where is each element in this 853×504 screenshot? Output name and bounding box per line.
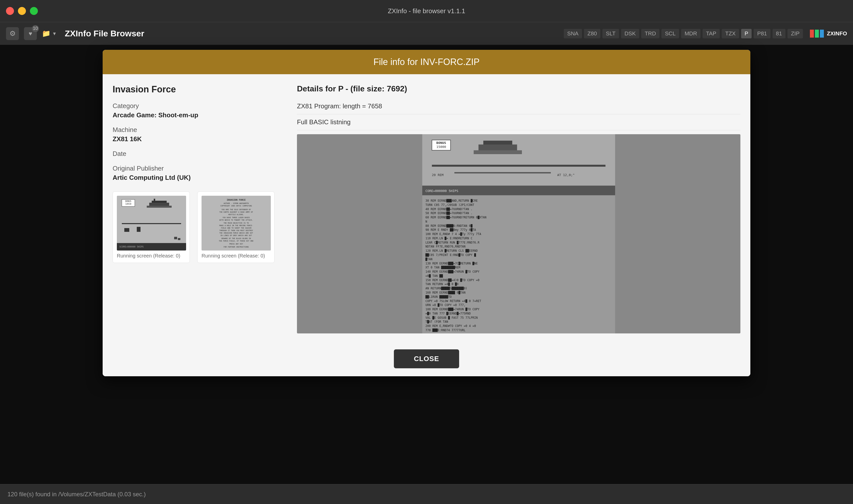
modal-overlay: File info for INV-FORC.ZIP Invasion Forc…	[0, 45, 853, 484]
svg-text:█TAN: █TAN	[425, 257, 432, 261]
svg-rect-8	[122, 223, 181, 224]
svg-text:IN LINES OF GREY WHICH ARE SET: IN LINES OF GREY WHICH ARE SET	[220, 235, 252, 237]
svg-rect-7	[154, 199, 155, 202]
svg-text:FOR FURTHER INSTRUCTIONS: FOR FURTHER INSTRUCTIONS	[224, 246, 249, 248]
svg-rect-14	[178, 238, 180, 240]
format-81[interactable]: 81	[772, 29, 785, 38]
machine-label: Machine	[112, 126, 287, 134]
svg-text:FIELD AND TO SHOOT THE SAUCER: FIELD AND TO SHOOT THE SAUCER	[221, 227, 252, 229]
screenshot-svg-2: INVASION FORCE AUTHOR - SIMON WADSWORTH …	[201, 196, 271, 251]
category-value: Arcade Game: Shoot-em-up	[112, 111, 287, 119]
svg-text:NDTAN FF7E,RND76,RNDTAN: NDTAN FF7E,RND76,RNDTAN	[426, 245, 466, 248]
svg-text:THE INVASION FORCE WHICH ARE S: THE INVASION FORCE WHICH ARE SET	[219, 232, 253, 234]
format-mdr[interactable]: MDR	[681, 29, 700, 38]
svg-text:BEWARE OF THE BLACK BLOBS IN: BEWARE OF THE BLACK BLOBS IN	[221, 237, 251, 239]
svg-text:=█0 TAN 777 █EERND█=775RND: =█0 TAN 777 █EERND█=775RND	[426, 312, 471, 315]
close-button[interactable]	[6, 7, 14, 15]
svg-text:LEAR C█RETURN RUN █777E:RND76.: LEAR C█RETURN RUN █777E:RND76.R	[426, 241, 480, 244]
machine-section: Machine ZX81 16K	[112, 126, 287, 143]
svg-text:THE FORCE FIELD, IF THESE HIT : THE FORCE FIELD, IF THESE HIT ONE	[219, 240, 253, 242]
svg-rect-42	[432, 165, 606, 167]
svg-text:YOU HAVE THREE LASER BASES: YOU HAVE THREE LASER BASES	[223, 217, 250, 219]
svg-text:COPY =0 7SLOW RETURN =4█ 0 7=R: COPY =0 7SLOW RETURN =4█ 0 7=RET	[426, 299, 481, 303]
svg-text:AT 12,0;": AT 12,0;"	[557, 173, 575, 177]
svg-rect-10	[137, 227, 141, 232]
format-trd[interactable]: TRD	[641, 29, 659, 38]
svg-rect-13	[174, 237, 177, 239]
detail-row-1: ZX81 Program: length = 7658	[297, 98, 741, 114]
favorites-button[interactable]: ♥ 10	[24, 27, 37, 40]
screenshot-card-2: INVASION FORCE AUTHOR - SIMON WADSWORTH …	[197, 192, 274, 263]
screenshot-card-1: BONUS 14910	[112, 192, 190, 263]
svg-text:150 REM EERND██=4)0 █TO COPY =: 150 REM EERND██=4)0 █TO COPY =0	[426, 278, 480, 282]
svg-text:20 REM: 20 REM	[432, 173, 444, 177]
svg-text:AN RETURN█████S███████0): AN RETURN█████S███████0)	[426, 287, 467, 290]
svg-text:100 REM E,RND# 7 4 =█Ty 777y 7: 100 REM E,RND# 7 4 =█Ty 777y 7TA	[426, 232, 481, 236]
svg-text:130 REM EERND███=7C█RETURN █NE: 130 REM EERND███=7C█RETURN █NE	[426, 262, 478, 265]
settings-button[interactable]: ⚙	[6, 27, 19, 40]
window-title: ZXInfo - file browser v1.1.1	[388, 7, 465, 15]
svg-text:COPYRIGHT 1984 ARTIC COMPUTING: COPYRIGHT 1984 ARTIC COMPUTING	[220, 205, 252, 207]
modal-header: File info for INV-FORC.ZIP	[103, 50, 750, 74]
format-tap[interactable]: TAP	[703, 29, 720, 38]
date-label: Date	[112, 150, 287, 158]
folder-button[interactable]: 📁 ▾	[42, 30, 56, 38]
basic-listing-image: BONUS 15000 20 REM AT 12,0;"	[297, 134, 741, 334]
game-title: Invasion Force	[112, 84, 287, 95]
svg-text:THE MAIN OBJECTIVE IS TO: THE MAIN OBJECTIVE IS TO	[224, 222, 249, 224]
svg-text:URN =0 █TO COPY =0 777,: URN =0 █TO COPY =0 777,	[426, 303, 466, 307]
svg-text:SCORE=000000  5HIPS: SCORE=000000 5HIPS	[119, 246, 144, 248]
publisher-section: Original Publisher Artic Computing Ltd (…	[112, 165, 287, 182]
file-info-modal: File info for INV-FORC.ZIP Invasion Forc…	[103, 50, 750, 376]
folder-icon: 📁	[42, 30, 51, 38]
right-panel[interactable]: Details for P - (file size: 7692) ZX81 P…	[297, 84, 741, 334]
title-bar: ZXInfo - file browser v1.1.1	[0, 0, 853, 22]
format-zip[interactable]: ZIP	[787, 29, 803, 38]
left-panel: Invasion Force Category Arcade Game: Sho…	[112, 84, 287, 334]
svg-text:80 REM EERND████6:RNDTAN 0█: 80 REM EERND████6:RNDTAN 0█	[426, 224, 473, 228]
format-p[interactable]: P	[741, 29, 752, 38]
svg-text:THROUGH IT THEN YOU MUST DESTR: THROUGH IT THEN YOU MUST DESTROY	[219, 230, 253, 232]
format-tzx[interactable]: TZX	[722, 29, 739, 38]
screenshot-label-2: Running screen (Release: 0)	[201, 253, 270, 259]
format-p81[interactable]: P81	[753, 29, 770, 38]
svg-text:YOU ARE THE SOLE DEFENDER OF: YOU ARE THE SOLE DEFENDER OF	[221, 209, 251, 211]
svg-text:MAKE A HOLE IN THE MOVING FORC: MAKE A HOLE IN THE MOVING FORCE-	[219, 224, 253, 227]
screenshot-img-2: INVASION FORCE AUTHOR - SIMON WADSWORTH …	[201, 196, 271, 251]
app-name: ZXInfo File Browser	[65, 29, 144, 38]
screenshot-label-1: Running screen (Release: 0)	[117, 253, 185, 259]
publisher-label: Original Publisher	[112, 165, 287, 172]
svg-text:140 REM EERND███=74RUN █TO COP: 140 REM EERND███=74RUN █TO COPY	[426, 270, 480, 273]
modal-footer: CLOSE	[103, 343, 750, 376]
basic-listing-svg: BONUS 15000 20 REM AT 12,0;"	[297, 134, 741, 334]
maximize-button[interactable]	[30, 7, 38, 15]
svg-text:██L1RUN █████TO: ██L1RUN █████TO	[425, 295, 452, 299]
svg-text:HOSTILE ALIENS.: HOSTILE ALIENS.	[228, 214, 244, 216]
format-sna[interactable]: SNA	[564, 29, 582, 38]
screenshot-svg-1: BONUS 14910	[117, 196, 186, 251]
svg-rect-6	[147, 206, 172, 208]
format-dsk[interactable]: DSK	[621, 29, 639, 38]
svg-text:180 REM EERND███=74RUN █TO COP: 180 REM EERND███=74RUN █TO COPY	[426, 308, 480, 311]
close-button[interactable]: CLOSE	[394, 349, 459, 368]
format-scl[interactable]: SCL	[661, 29, 679, 38]
minimize-button[interactable]	[18, 7, 26, 15]
folder-chevron-icon: ▾	[53, 30, 56, 37]
svg-text:50 REM EERND██=7UURND?TAN .: 50 REM EERND██=7UURND?TAN .	[426, 211, 473, 215]
machine-value: ZX81 16K	[112, 135, 287, 143]
format-slt[interactable]: SLT	[602, 29, 619, 38]
zxinfo-logo: ZXINFO	[810, 30, 847, 38]
status-bar: 120 file(s) found in /Volumes/ZXTestData…	[0, 484, 853, 504]
format-z80[interactable]: Z80	[584, 29, 600, 38]
svg-text:TURN C05 77,/20SUB )2PI/CONT: TURN C05 77,/20SUB )2PI/CONT	[426, 203, 474, 207]
svg-text:110 REM.LN █=  E:RNDRETURN C: 110 REM.LN █= E:RNDRETURN C	[426, 237, 473, 240]
svg-text:770 ███E:RND74 77777URL: 770 ███E:RND74 77777URL	[426, 328, 466, 332]
svg-text:T█AT (FOR TAN: T█AT (FOR TAN	[426, 320, 448, 323]
svg-text:THE EARTH AGAINST A HUGE ARMY : THE EARTH AGAINST A HUGE ARMY OF	[219, 211, 253, 213]
svg-text:60 REM EERND██=7UURND?RETURN 0: 60 REM EERND██=7UURND?RETURN 0█XTAN	[426, 216, 486, 219]
modal-title: File info for INV-FORC.ZIP	[373, 57, 480, 67]
details-title: Details for P - (file size: 7692)	[297, 84, 741, 93]
svg-text:200 REM E,RND#TO COPY =0 4 =0: 200 REM E,RND#TO COPY =0 4 =0	[426, 324, 476, 328]
svg-text:N: N	[426, 220, 427, 223]
status-text: 120 file(s) found in /Volumes/ZXTestData…	[7, 491, 146, 498]
